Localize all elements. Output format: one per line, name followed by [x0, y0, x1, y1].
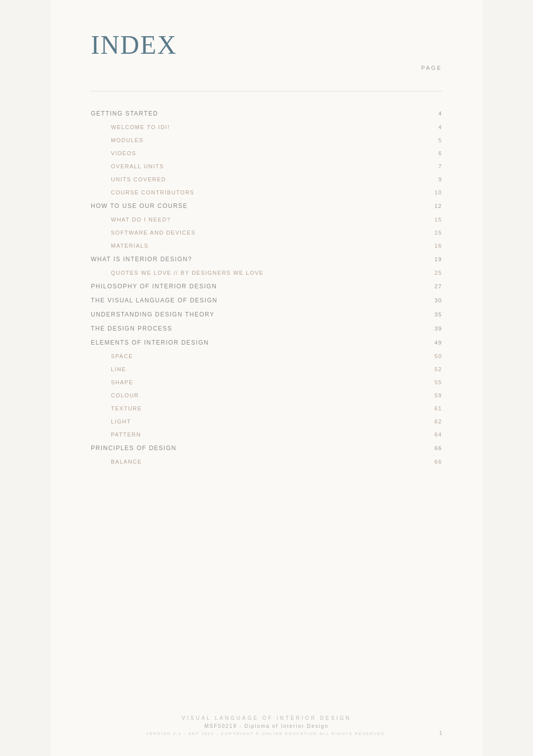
toc-item: COLOUR59: [91, 389, 442, 402]
toc-item-label: QUOTES WE LOVE // BY DESIGNERS WE LOVE: [111, 270, 427, 276]
toc-item-page: 6: [427, 150, 442, 156]
toc-item-page: 50: [427, 353, 442, 359]
toc-item-label: SHAPE: [111, 379, 427, 385]
toc-item-page: 15: [427, 230, 442, 236]
toc-item-page: 59: [427, 392, 442, 398]
toc-item-page: 15: [427, 217, 442, 223]
toc-item-label: PHILOSOPHY OF INTERIOR DESIGN: [91, 283, 427, 290]
toc-item-page: 30: [427, 297, 442, 303]
toc-item-label: UNITS COVERED: [111, 176, 427, 182]
toc-item-page: 35: [427, 311, 442, 317]
toc-item-page: 66: [427, 445, 442, 451]
toc-item-label: BALANCE: [111, 459, 427, 465]
toc-item-label: TEXTURE: [111, 405, 427, 411]
page-column-header: PAGE: [91, 65, 442, 71]
toc-item: WHAT DO I NEED?15: [91, 213, 442, 226]
toc-item-page: 10: [427, 189, 442, 195]
toc-item: BALANCE66: [91, 455, 442, 468]
footer-line2: MSF50218 - Diploma of Interior Design: [51, 723, 482, 729]
toc-item-label: WHAT DO I NEED?: [111, 217, 427, 223]
toc-item-label: MATERIALS: [111, 243, 427, 249]
toc-item-label: LINE: [111, 366, 427, 372]
toc-item-page: 61: [427, 405, 442, 411]
toc-item-label: OVERALL UNITS: [111, 163, 427, 169]
toc-item: THE VISUAL LANGUAGE OF DESIGN30: [91, 293, 442, 307]
toc-item: PRINCIPLES OF DESIGN66: [91, 441, 442, 455]
toc-item-label: GETTING STARTED: [91, 110, 427, 117]
toc-item: MATERIALS16: [91, 239, 442, 252]
toc-item-page: 4: [427, 111, 442, 117]
toc-item-page: 9: [427, 176, 442, 182]
toc-item-label: HOW TO USE OUR COURSE: [91, 202, 427, 209]
toc-item-label: ELEMENTS OF INTERIOR DESIGN: [91, 339, 427, 346]
toc-item: WELCOME TO IDI!4: [91, 121, 442, 134]
toc-item-label: MODULES: [111, 137, 427, 143]
toc-item-page: 62: [427, 418, 442, 424]
toc-item: LIGHT62: [91, 415, 442, 428]
toc-item-label: SOFTWARE AND DEVICES: [111, 230, 427, 236]
toc-item-label: THE VISUAL LANGUAGE OF DESIGN: [91, 297, 427, 304]
toc-item: PATTERN64: [91, 428, 442, 441]
toc-item-label: COURSE CONTRIBUTORS: [111, 189, 427, 195]
page-number: 1: [439, 730, 442, 736]
toc-item: HOW TO USE OUR COURSE12: [91, 199, 442, 213]
toc-item: QUOTES WE LOVE // BY DESIGNERS WE LOVE25: [91, 266, 442, 279]
footer-line1: VISUAL LANGUAGE OF INTERIOR DESIGN: [51, 715, 482, 721]
toc-item-label: UNDERSTANDING DESIGN THEORY: [91, 311, 427, 318]
toc-item-label: VIDEOS: [111, 150, 427, 156]
toc-item-page: 49: [427, 340, 442, 346]
toc-item: WHAT IS INTERIOR DESIGN?19: [91, 252, 442, 266]
toc-item: PHILOSOPHY OF INTERIOR DESIGN27: [91, 279, 442, 293]
toc-item: UNITS COVERED9: [91, 173, 442, 186]
toc-item: SHAPE55: [91, 376, 442, 389]
toc-item: THE DESIGN PROCESS39: [91, 321, 442, 336]
toc-item: GETTING STARTED4: [91, 106, 442, 121]
toc-item-page: 66: [427, 459, 442, 465]
toc-item-label: PATTERN: [111, 431, 427, 438]
toc-item-page: 16: [427, 243, 442, 249]
toc-item: MODULES5: [91, 134, 442, 147]
footer-line3: VERSION 2.2 - SEP 2022 - COPYRIGHT © ONL…: [51, 731, 482, 736]
toc-item-label: PRINCIPLES OF DESIGN: [91, 445, 427, 452]
toc-item: OVERALL UNITS7: [91, 160, 442, 173]
toc-item: VIDEOS6: [91, 147, 442, 160]
toc-item: ELEMENTS OF INTERIOR DESIGN49: [91, 336, 442, 350]
toc-item-label: LIGHT: [111, 418, 427, 424]
toc-item: SPACE50: [91, 350, 442, 363]
toc-item-page: 55: [427, 379, 442, 385]
toc-item-page: 64: [427, 431, 442, 438]
toc-item: LINE52: [91, 363, 442, 376]
divider: [91, 91, 442, 91]
toc-item-page: 5: [427, 137, 442, 143]
toc-item-page: 52: [427, 366, 442, 372]
toc-item-page: 25: [427, 270, 442, 276]
toc-item-page: 19: [427, 256, 442, 262]
toc-item-label: THE DESIGN PROCESS: [91, 325, 427, 332]
toc-item-label: SPACE: [111, 353, 427, 359]
toc-item-page: 27: [427, 283, 442, 289]
toc-item: COURSE CONTRIBUTORS10: [91, 186, 442, 199]
toc-item-label: COLOUR: [111, 392, 427, 398]
toc-item-page: 12: [427, 203, 442, 209]
footer: VISUAL LANGUAGE OF INTERIOR DESIGN MSF50…: [51, 715, 482, 736]
toc-item-page: 7: [427, 163, 442, 169]
toc-item: UNDERSTANDING DESIGN THEORY35: [91, 307, 442, 321]
toc-item: TEXTURE61: [91, 402, 442, 415]
toc-item-label: WHAT IS INTERIOR DESIGN?: [91, 256, 427, 263]
toc-item-label: WELCOME TO IDI!: [111, 124, 427, 130]
toc-item-page: 39: [427, 326, 442, 332]
page-title: INDEX: [91, 30, 442, 60]
toc-item: SOFTWARE AND DEVICES15: [91, 226, 442, 239]
page: INDEX PAGE GETTING STARTED4WELCOME TO ID…: [51, 0, 482, 756]
table-of-contents: GETTING STARTED4WELCOME TO IDI!4MODULES5…: [91, 106, 442, 468]
toc-item-page: 4: [427, 124, 442, 130]
